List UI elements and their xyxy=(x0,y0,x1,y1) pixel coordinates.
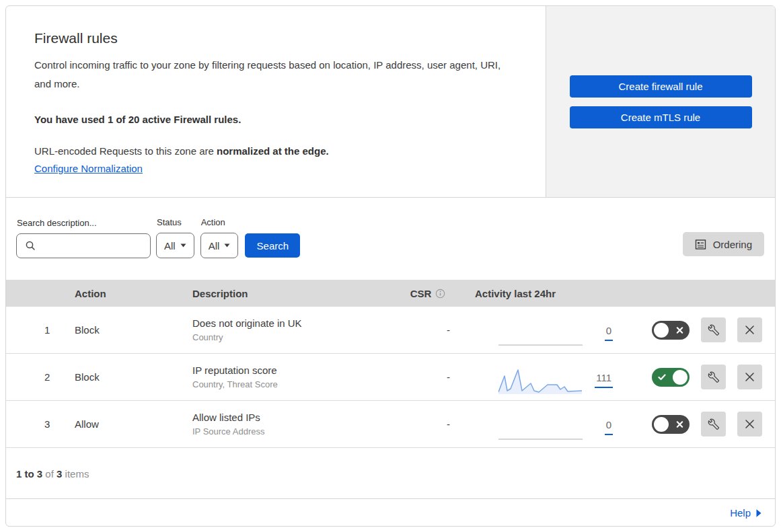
activity-sparkline xyxy=(498,367,583,394)
activity-count-wrap: 0 xyxy=(583,325,633,341)
rule-priority: 2 xyxy=(6,371,75,383)
edit-rule-button[interactable] xyxy=(701,317,726,342)
column-activity: Activity last 24hr xyxy=(472,288,633,299)
toggle-knob xyxy=(654,323,669,338)
rule-csr: - xyxy=(384,418,472,430)
search-label: Search description... xyxy=(16,218,156,228)
search-description-input[interactable] xyxy=(36,234,168,258)
chevron-down-icon xyxy=(180,243,186,248)
table-row: 1BlockDoes not originate in UKCountry-0 xyxy=(6,307,775,354)
action-filter-dropdown[interactable]: All xyxy=(200,233,239,258)
column-csr: CSR xyxy=(384,288,472,299)
rule-csr: - xyxy=(384,371,472,383)
help-row: Help xyxy=(6,498,775,527)
header-text-block: Firewall rules Control incoming traffic … xyxy=(6,6,546,197)
activity-sparkline xyxy=(498,414,583,441)
check-icon xyxy=(658,374,666,381)
action-filter-value: All xyxy=(209,240,220,252)
filter-bar: Search description... Status All Action … xyxy=(6,198,775,280)
normalization-bold: normalized at the edge. xyxy=(217,145,329,157)
rule-enabled-toggle[interactable] xyxy=(652,415,690,434)
rule-action: Block xyxy=(75,324,192,336)
rule-description-cell: IP reputation scoreCountry, Threat Score xyxy=(192,365,384,389)
pagination-of: of xyxy=(42,468,57,480)
header-section: Firewall rules Control incoming traffic … xyxy=(6,6,775,198)
column-csr-label: CSR xyxy=(410,288,432,299)
page-description: Control incoming traffic to your zone by… xyxy=(34,56,517,93)
rule-description: Does not originate in UK xyxy=(192,317,384,329)
table-header: Action Description CSR Activity last 24h… xyxy=(6,280,775,307)
rule-priority: 3 xyxy=(6,418,75,430)
rule-controls xyxy=(652,412,775,436)
rule-action: Allow xyxy=(75,418,192,430)
rule-description: Allow listed IPs xyxy=(192,412,384,423)
rule-controls xyxy=(652,365,775,389)
x-icon xyxy=(676,326,683,334)
x-icon xyxy=(676,420,683,428)
activity-count-wrap: 111 xyxy=(583,372,633,388)
help-link-label: Help xyxy=(730,507,751,519)
toggle-knob xyxy=(654,417,669,432)
rule-fields: IP Source Address xyxy=(192,426,384,436)
table-row: 2BlockIP reputation scoreCountry, Threat… xyxy=(6,354,775,401)
pagination-range: 1 to 3 xyxy=(16,468,42,480)
page-title: Firewall rules xyxy=(34,30,517,46)
rule-priority: 1 xyxy=(6,324,75,336)
create-firewall-rule-button[interactable]: Create firewall rule xyxy=(570,75,752,98)
rule-description-cell: Does not originate in UKCountry xyxy=(192,317,384,342)
activity-count-link[interactable]: 0 xyxy=(605,325,613,341)
usage-note: You have used 1 of 20 active Firewall ru… xyxy=(34,114,517,125)
status-filter-value: All xyxy=(164,240,176,252)
close-icon xyxy=(745,419,755,429)
activity-count-link[interactable]: 111 xyxy=(595,372,613,388)
activity-count-link[interactable]: 0 xyxy=(605,419,613,435)
delete-rule-button[interactable] xyxy=(737,412,762,436)
search-input-container xyxy=(16,233,151,258)
help-link[interactable]: Help xyxy=(730,507,761,519)
search-icon xyxy=(25,240,36,252)
delete-rule-button[interactable] xyxy=(737,365,762,389)
column-action: Action xyxy=(75,288,192,299)
activity-count-wrap: 0 xyxy=(583,419,633,435)
create-mtls-rule-button[interactable]: Create mTLS rule xyxy=(570,106,752,128)
firewall-rules-panel: Firewall rules Control incoming traffic … xyxy=(5,5,776,527)
rule-csr: - xyxy=(384,324,472,336)
ordering-button-label: Ordering xyxy=(713,239,752,250)
configure-normalization-link[interactable]: Configure Normalization xyxy=(34,163,143,174)
rule-controls xyxy=(652,317,775,342)
rule-description: IP reputation score xyxy=(192,365,384,376)
status-filter-label: Status xyxy=(156,217,200,227)
normalization-note: URL-encoded Requests to this zone are no… xyxy=(34,145,517,157)
rule-fields: Country xyxy=(192,332,384,342)
activity-sparkline xyxy=(498,320,583,347)
toggle-knob xyxy=(673,370,687,385)
delete-rule-button[interactable] xyxy=(737,317,762,342)
rule-action: Block xyxy=(75,371,192,383)
rule-enabled-toggle[interactable] xyxy=(652,368,690,387)
wrench-icon xyxy=(708,324,720,336)
rule-activity-cell: 111 xyxy=(472,360,633,394)
rule-description-cell: Allow listed IPsIP Source Address xyxy=(192,412,384,436)
ordering-button[interactable]: Ordering xyxy=(683,232,764,256)
rule-enabled-toggle[interactable] xyxy=(652,321,690,340)
info-icon[interactable] xyxy=(435,289,445,299)
edit-rule-button[interactable] xyxy=(701,412,726,436)
edit-rule-button[interactable] xyxy=(701,365,726,389)
close-icon xyxy=(745,325,755,335)
status-filter-dropdown[interactable]: All xyxy=(156,233,194,258)
pagination-items: items xyxy=(62,468,89,480)
rule-activity-cell: 0 xyxy=(472,313,633,347)
column-description: Description xyxy=(192,288,384,299)
action-filter-label: Action xyxy=(200,217,245,227)
wrench-icon xyxy=(708,418,720,430)
wrench-icon xyxy=(708,371,720,383)
rule-fields: Country, Threat Score xyxy=(192,379,384,389)
header-actions-panel: Create firewall rule Create mTLS rule xyxy=(546,6,775,197)
list-ordering-icon xyxy=(695,239,706,250)
search-button[interactable]: Search xyxy=(245,233,300,258)
chevron-right-icon xyxy=(756,509,761,517)
table-row: 3AllowAllow listed IPsIP Source Address-… xyxy=(6,401,775,448)
chevron-down-icon xyxy=(224,243,230,248)
pagination: 1 to 3 of 3 items xyxy=(6,448,775,498)
rule-activity-cell: 0 xyxy=(472,408,633,441)
